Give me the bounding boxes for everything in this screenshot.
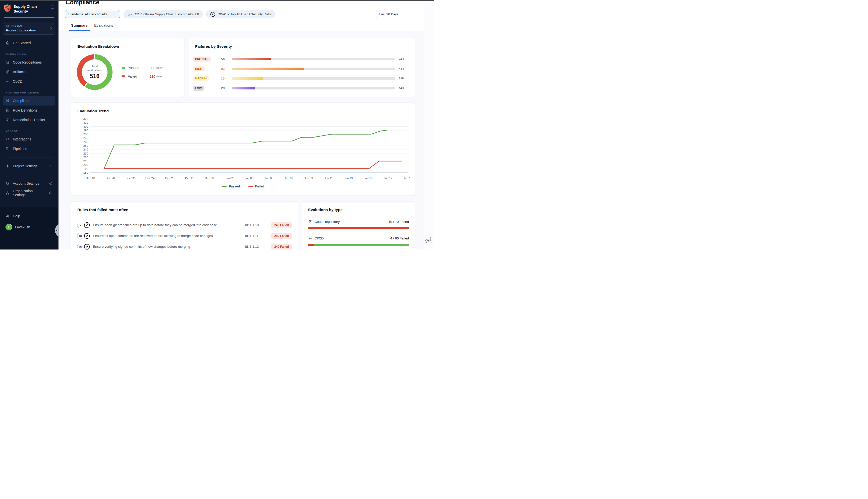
severity-percent: 24% bbox=[395, 58, 409, 61]
sidebar: Supply Chain Security PROJECT Product Ex… bbox=[0, 0, 59, 250]
evaluation-trend-card: Evaluation Trend 18019020021022023024025… bbox=[71, 102, 415, 196]
svg-text:Jan 01: Jan 01 bbox=[225, 177, 234, 180]
severity-percent: 44% bbox=[395, 67, 409, 70]
svg-text:220: 220 bbox=[83, 156, 88, 159]
sidebar-item-get-started[interactable]: Get Started bbox=[3, 38, 55, 48]
app-switcher-grid-icon[interactable] bbox=[50, 4, 54, 10]
svg-text:Dec 26: Dec 26 bbox=[165, 177, 174, 180]
owasp-logo-icon bbox=[84, 233, 90, 239]
type-status: 4 / 66 Failed bbox=[390, 236, 409, 240]
cube-icon bbox=[6, 24, 9, 27]
card-title: Evaluation Trend bbox=[77, 109, 409, 113]
sidebar-item-label: Rule Definitions bbox=[13, 108, 37, 112]
svg-text:Jan 19: Jan 19 bbox=[404, 177, 411, 180]
rule-id: Id: 1.1.10 bbox=[245, 223, 269, 227]
severity-bar bbox=[232, 68, 395, 70]
rule-row[interactable]: CIS Ensure verifying signed commits of n… bbox=[76, 241, 292, 250]
svg-text:Dec 18: Dec 18 bbox=[86, 177, 95, 180]
scrollbar-track[interactable] bbox=[424, 1, 434, 250]
sidebar-item-rule-definitions[interactable]: Rule Definitions bbox=[3, 106, 55, 115]
code-repository-icon bbox=[308, 220, 312, 223]
svg-text:Jan 07: Jan 07 bbox=[285, 177, 293, 180]
app-logo-shield-icon bbox=[4, 4, 11, 12]
cis-logo-icon: CIS bbox=[76, 233, 83, 239]
svg-text:190: 190 bbox=[83, 167, 88, 170]
sidebar-item-label: Pipelines bbox=[13, 147, 27, 151]
evaluations-by-type-card: Evalutions by type Code Repository 10 / … bbox=[302, 201, 415, 250]
sidebar-item-label: Account Settings bbox=[13, 181, 39, 185]
svg-text:310: 310 bbox=[83, 121, 88, 124]
severity-count: 29 bbox=[221, 86, 232, 90]
tab-evaluations[interactable]: Evaluations bbox=[94, 23, 113, 31]
svg-text:240: 240 bbox=[83, 148, 88, 151]
legend-failed: Failed 210 rules bbox=[122, 74, 162, 78]
sidebar-item-pipelines[interactable]: Pipelines bbox=[3, 144, 55, 154]
owasp-logo-icon bbox=[84, 222, 90, 228]
tab-summary[interactable]: Summary bbox=[71, 23, 88, 31]
total-evaluations-value: 516 bbox=[90, 73, 99, 80]
divider bbox=[5, 175, 52, 175]
sidebar-item-code-repositories[interactable]: Code Repositories bbox=[3, 58, 55, 67]
avatar: L bbox=[5, 224, 12, 230]
info-icon[interactable] bbox=[49, 182, 52, 185]
sidebar-item-label: Remediation Tracker bbox=[13, 118, 45, 122]
rule-text: Ensure all open comments are resolved be… bbox=[93, 234, 243, 238]
card-title: Rules that failed most often bbox=[77, 208, 292, 212]
layers-icon bbox=[5, 181, 10, 185]
integrations-icon bbox=[5, 137, 10, 141]
type-status: 10 / 10 Failed bbox=[388, 220, 409, 223]
sidebar-item-compliance[interactable]: Compliance bbox=[3, 96, 55, 106]
standards-filter-select[interactable]: Standards: All Benchmarks bbox=[65, 10, 120, 19]
failed-count-badge: 240 Failed bbox=[271, 222, 292, 228]
rule-text: Ensure verifying signed commits of new c… bbox=[93, 245, 243, 248]
sidebar-user[interactable]: L Lavakush bbox=[3, 222, 55, 232]
document-search-icon bbox=[5, 98, 10, 103]
card-title: Evaluation Breakdown bbox=[77, 44, 178, 49]
svg-text:Jan 03: Jan 03 bbox=[245, 177, 254, 180]
sidebar-item-organization-settings[interactable]: Organization Settings bbox=[3, 188, 55, 198]
sidebar-item-integrations[interactable]: Integrations bbox=[3, 134, 55, 144]
failed-rules-card: Rules that failed most often CIS Ensure … bbox=[71, 201, 298, 250]
chat-support-icon[interactable] bbox=[424, 235, 433, 244]
trend-legend-failed: Failed bbox=[248, 185, 264, 188]
sidebar-footer: Help L Lavakush bbox=[0, 207, 58, 250]
sidebar-item-account-settings[interactable]: Account Settings bbox=[3, 179, 55, 188]
benchmark-chip-cis[interactable]: CIS CIS Software Supply Chain Benchmarks… bbox=[124, 10, 203, 19]
sidebar-item-remediation-tracker[interactable]: Remediation Tracker bbox=[3, 115, 55, 125]
cis-logo-icon: CIS bbox=[127, 12, 133, 17]
svg-text:Dec 22: Dec 22 bbox=[126, 177, 135, 180]
chevron-down-icon bbox=[113, 12, 117, 16]
type-row-cicd: CI/CD 4 / 66 Failed bbox=[308, 236, 409, 246]
info-icon[interactable] bbox=[49, 191, 52, 195]
cis-logo-icon: CIS bbox=[76, 243, 83, 250]
benchmark-chip-owasp[interactable]: OWASP Top 10 CI/CD Security Risks bbox=[206, 10, 275, 19]
page-header: Compliance Standards: All Benchmarks CIS… bbox=[59, 1, 424, 31]
code-repository-icon bbox=[5, 60, 10, 64]
collapse-arrow-icon bbox=[56, 229, 57, 232]
severity-badge: CRITICAL bbox=[193, 57, 211, 62]
svg-text:290: 290 bbox=[83, 129, 88, 132]
svg-text:280: 280 bbox=[83, 133, 88, 136]
severity-count: 39 bbox=[221, 77, 232, 81]
date-range-select[interactable]: Last 30 Days bbox=[376, 10, 409, 19]
rule-row[interactable]: CIS Ensure open git branches are up to d… bbox=[76, 220, 292, 230]
passed-line-icon bbox=[222, 186, 226, 187]
sidebar-item-artifacts[interactable]: Artifacts bbox=[3, 67, 55, 77]
project-selector[interactable]: PROJECT Product Exploratory bbox=[3, 22, 55, 35]
severity-row-critical: CRITICAL 50 24% bbox=[193, 54, 409, 64]
type-bar bbox=[308, 244, 409, 246]
sidebar-item-help[interactable]: Help bbox=[3, 211, 55, 221]
svg-text:Jan 17: Jan 17 bbox=[384, 177, 393, 180]
failed-dot-icon bbox=[122, 75, 125, 77]
sidebar-item-label: Project Settings bbox=[13, 164, 37, 168]
sidebar-item-cicd[interactable]: CI/CD bbox=[3, 77, 55, 86]
svg-text:Jan 13: Jan 13 bbox=[344, 177, 353, 180]
tab-bar: Summary Evaluations bbox=[59, 19, 424, 31]
svg-text:Dec 30: Dec 30 bbox=[205, 177, 214, 180]
breakdown-legend: Passed 306 rules Failed 210 rules bbox=[122, 66, 162, 78]
severity-bar bbox=[232, 87, 395, 89]
sidebar-item-label: Organization Settings bbox=[13, 189, 46, 197]
rule-row[interactable]: CIS Ensure all open comments are resolve… bbox=[76, 230, 292, 241]
sidebar-item-project-settings[interactable]: Project Settings bbox=[3, 161, 55, 171]
main-content: Compliance Standards: All Benchmarks CIS… bbox=[59, 1, 424, 250]
